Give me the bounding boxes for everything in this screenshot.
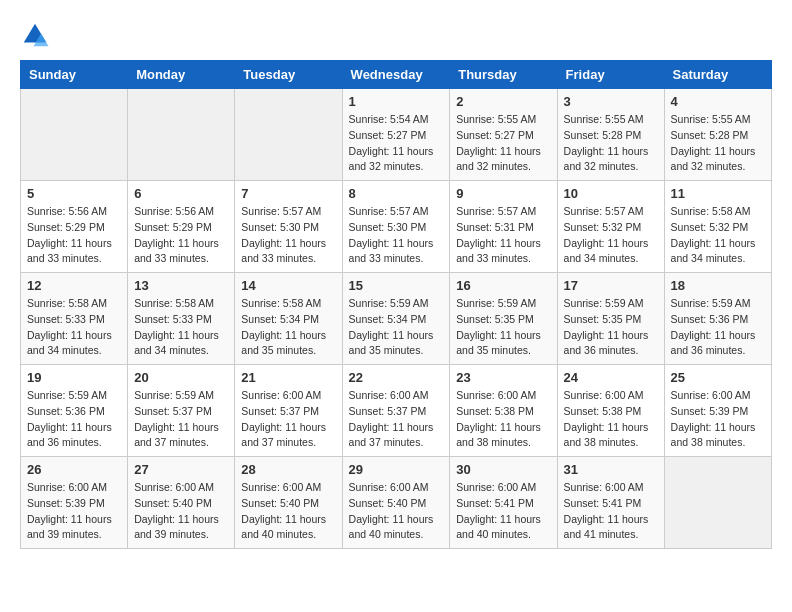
day-info: Sunrise: 5:57 AMSunset: 5:30 PMDaylight:… — [241, 204, 335, 267]
day-number: 11 — [671, 186, 765, 201]
logo — [20, 20, 54, 50]
calendar-cell: 2Sunrise: 5:55 AMSunset: 5:27 PMDaylight… — [450, 89, 557, 181]
calendar-cell: 27Sunrise: 6:00 AMSunset: 5:40 PMDayligh… — [128, 457, 235, 549]
calendar-cell: 18Sunrise: 5:59 AMSunset: 5:36 PMDayligh… — [664, 273, 771, 365]
logo-icon — [20, 20, 50, 50]
day-number: 8 — [349, 186, 444, 201]
day-info: Sunrise: 5:59 AMSunset: 5:34 PMDaylight:… — [349, 296, 444, 359]
calendar-week-5: 26Sunrise: 6:00 AMSunset: 5:39 PMDayligh… — [21, 457, 772, 549]
day-number: 10 — [564, 186, 658, 201]
day-number: 9 — [456, 186, 550, 201]
day-number: 2 — [456, 94, 550, 109]
calendar-cell: 10Sunrise: 5:57 AMSunset: 5:32 PMDayligh… — [557, 181, 664, 273]
day-number: 6 — [134, 186, 228, 201]
calendar-cell: 26Sunrise: 6:00 AMSunset: 5:39 PMDayligh… — [21, 457, 128, 549]
weekday-header-row: SundayMondayTuesdayWednesdayThursdayFrid… — [21, 61, 772, 89]
day-number: 4 — [671, 94, 765, 109]
calendar-week-3: 12Sunrise: 5:58 AMSunset: 5:33 PMDayligh… — [21, 273, 772, 365]
calendar-cell: 3Sunrise: 5:55 AMSunset: 5:28 PMDaylight… — [557, 89, 664, 181]
day-info: Sunrise: 5:58 AMSunset: 5:33 PMDaylight:… — [134, 296, 228, 359]
day-info: Sunrise: 6:00 AMSunset: 5:38 PMDaylight:… — [564, 388, 658, 451]
day-number: 26 — [27, 462, 121, 477]
weekday-header-wednesday: Wednesday — [342, 61, 450, 89]
day-info: Sunrise: 5:59 AMSunset: 5:36 PMDaylight:… — [27, 388, 121, 451]
weekday-header-monday: Monday — [128, 61, 235, 89]
day-number: 19 — [27, 370, 121, 385]
calendar-cell: 29Sunrise: 6:00 AMSunset: 5:40 PMDayligh… — [342, 457, 450, 549]
calendar-cell: 24Sunrise: 6:00 AMSunset: 5:38 PMDayligh… — [557, 365, 664, 457]
day-info: Sunrise: 5:54 AMSunset: 5:27 PMDaylight:… — [349, 112, 444, 175]
day-info: Sunrise: 5:59 AMSunset: 5:36 PMDaylight:… — [671, 296, 765, 359]
calendar-cell: 4Sunrise: 5:55 AMSunset: 5:28 PMDaylight… — [664, 89, 771, 181]
calendar-cell: 11Sunrise: 5:58 AMSunset: 5:32 PMDayligh… — [664, 181, 771, 273]
calendar-cell: 15Sunrise: 5:59 AMSunset: 5:34 PMDayligh… — [342, 273, 450, 365]
calendar-cell: 19Sunrise: 5:59 AMSunset: 5:36 PMDayligh… — [21, 365, 128, 457]
day-info: Sunrise: 6:00 AMSunset: 5:40 PMDaylight:… — [349, 480, 444, 543]
calendar-cell: 23Sunrise: 6:00 AMSunset: 5:38 PMDayligh… — [450, 365, 557, 457]
day-number: 12 — [27, 278, 121, 293]
day-number: 24 — [564, 370, 658, 385]
day-info: Sunrise: 5:57 AMSunset: 5:30 PMDaylight:… — [349, 204, 444, 267]
day-info: Sunrise: 5:59 AMSunset: 5:35 PMDaylight:… — [564, 296, 658, 359]
day-number: 30 — [456, 462, 550, 477]
calendar-cell — [128, 89, 235, 181]
calendar-cell: 17Sunrise: 5:59 AMSunset: 5:35 PMDayligh… — [557, 273, 664, 365]
day-number: 25 — [671, 370, 765, 385]
day-info: Sunrise: 6:00 AMSunset: 5:41 PMDaylight:… — [564, 480, 658, 543]
day-number: 21 — [241, 370, 335, 385]
calendar-cell: 14Sunrise: 5:58 AMSunset: 5:34 PMDayligh… — [235, 273, 342, 365]
calendar-cell — [235, 89, 342, 181]
weekday-header-sunday: Sunday — [21, 61, 128, 89]
calendar-cell: 25Sunrise: 6:00 AMSunset: 5:39 PMDayligh… — [664, 365, 771, 457]
calendar-cell: 13Sunrise: 5:58 AMSunset: 5:33 PMDayligh… — [128, 273, 235, 365]
calendar-cell: 30Sunrise: 6:00 AMSunset: 5:41 PMDayligh… — [450, 457, 557, 549]
day-number: 18 — [671, 278, 765, 293]
calendar-cell: 6Sunrise: 5:56 AMSunset: 5:29 PMDaylight… — [128, 181, 235, 273]
day-info: Sunrise: 6:00 AMSunset: 5:39 PMDaylight:… — [27, 480, 121, 543]
day-info: Sunrise: 6:00 AMSunset: 5:40 PMDaylight:… — [134, 480, 228, 543]
calendar-cell: 16Sunrise: 5:59 AMSunset: 5:35 PMDayligh… — [450, 273, 557, 365]
calendar-cell: 22Sunrise: 6:00 AMSunset: 5:37 PMDayligh… — [342, 365, 450, 457]
day-info: Sunrise: 5:58 AMSunset: 5:32 PMDaylight:… — [671, 204, 765, 267]
day-info: Sunrise: 6:00 AMSunset: 5:37 PMDaylight:… — [241, 388, 335, 451]
day-info: Sunrise: 5:56 AMSunset: 5:29 PMDaylight:… — [27, 204, 121, 267]
day-number: 22 — [349, 370, 444, 385]
calendar-cell — [664, 457, 771, 549]
day-number: 27 — [134, 462, 228, 477]
day-info: Sunrise: 5:57 AMSunset: 5:31 PMDaylight:… — [456, 204, 550, 267]
calendar-week-4: 19Sunrise: 5:59 AMSunset: 5:36 PMDayligh… — [21, 365, 772, 457]
calendar-cell: 31Sunrise: 6:00 AMSunset: 5:41 PMDayligh… — [557, 457, 664, 549]
page-header — [20, 20, 772, 50]
weekday-header-tuesday: Tuesday — [235, 61, 342, 89]
day-info: Sunrise: 5:55 AMSunset: 5:27 PMDaylight:… — [456, 112, 550, 175]
calendar-cell: 28Sunrise: 6:00 AMSunset: 5:40 PMDayligh… — [235, 457, 342, 549]
calendar-cell: 12Sunrise: 5:58 AMSunset: 5:33 PMDayligh… — [21, 273, 128, 365]
day-info: Sunrise: 5:59 AMSunset: 5:37 PMDaylight:… — [134, 388, 228, 451]
weekday-header-saturday: Saturday — [664, 61, 771, 89]
day-number: 28 — [241, 462, 335, 477]
calendar-cell: 21Sunrise: 6:00 AMSunset: 5:37 PMDayligh… — [235, 365, 342, 457]
day-number: 15 — [349, 278, 444, 293]
day-info: Sunrise: 6:00 AMSunset: 5:39 PMDaylight:… — [671, 388, 765, 451]
calendar-cell: 5Sunrise: 5:56 AMSunset: 5:29 PMDaylight… — [21, 181, 128, 273]
day-number: 31 — [564, 462, 658, 477]
day-info: Sunrise: 5:56 AMSunset: 5:29 PMDaylight:… — [134, 204, 228, 267]
day-info: Sunrise: 6:00 AMSunset: 5:40 PMDaylight:… — [241, 480, 335, 543]
day-number: 3 — [564, 94, 658, 109]
day-number: 7 — [241, 186, 335, 201]
day-info: Sunrise: 6:00 AMSunset: 5:41 PMDaylight:… — [456, 480, 550, 543]
day-number: 29 — [349, 462, 444, 477]
day-number: 5 — [27, 186, 121, 201]
calendar-cell: 20Sunrise: 5:59 AMSunset: 5:37 PMDayligh… — [128, 365, 235, 457]
day-info: Sunrise: 5:59 AMSunset: 5:35 PMDaylight:… — [456, 296, 550, 359]
day-number: 16 — [456, 278, 550, 293]
calendar-week-2: 5Sunrise: 5:56 AMSunset: 5:29 PMDaylight… — [21, 181, 772, 273]
weekday-header-friday: Friday — [557, 61, 664, 89]
day-number: 23 — [456, 370, 550, 385]
calendar-cell: 9Sunrise: 5:57 AMSunset: 5:31 PMDaylight… — [450, 181, 557, 273]
calendar-cell — [21, 89, 128, 181]
day-info: Sunrise: 6:00 AMSunset: 5:37 PMDaylight:… — [349, 388, 444, 451]
day-number: 17 — [564, 278, 658, 293]
day-info: Sunrise: 5:58 AMSunset: 5:34 PMDaylight:… — [241, 296, 335, 359]
calendar-table: SundayMondayTuesdayWednesdayThursdayFrid… — [20, 60, 772, 549]
